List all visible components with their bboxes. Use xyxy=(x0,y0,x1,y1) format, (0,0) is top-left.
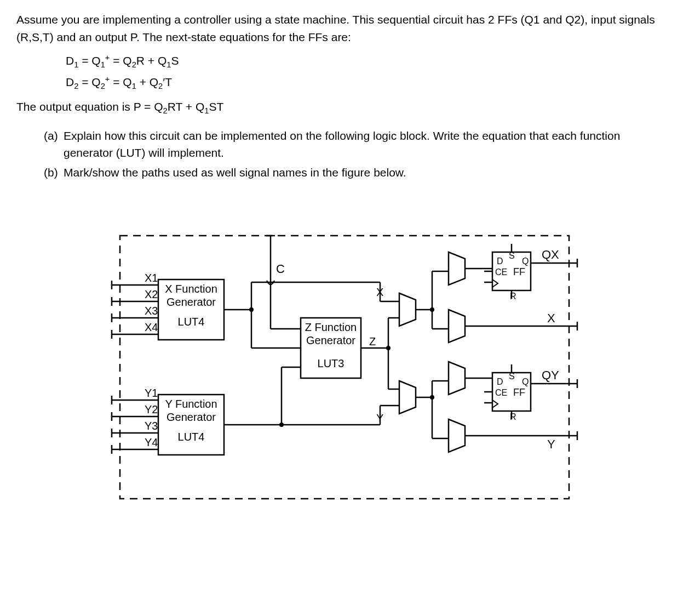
equation-d2: D2 = Q2+ = Q1 + Q2′T xyxy=(66,75,673,90)
c-label: C xyxy=(276,262,285,276)
equation-d1: D1 = Q1+ = Q2R + Q1S xyxy=(66,53,673,69)
output-eq: P = Q2RT + Q1ST xyxy=(134,100,224,113)
part-b-text: Mark/show the paths used as well signal … xyxy=(64,164,406,181)
x-out-label: X xyxy=(547,311,555,325)
svg-point-57 xyxy=(430,395,434,400)
svg-point-35 xyxy=(249,307,254,312)
svg-text:Q: Q xyxy=(522,377,529,386)
svg-text:FF: FF xyxy=(513,266,525,277)
svg-text:FF: FF xyxy=(513,387,525,398)
svg-text:Y1: Y1 xyxy=(145,387,158,399)
svg-text:D: D xyxy=(497,256,503,266)
z-lut-sub: Generator xyxy=(306,334,355,346)
svg-text:CE: CE xyxy=(495,388,507,397)
svg-point-52 xyxy=(430,307,434,312)
svg-text:S: S xyxy=(509,251,515,260)
svg-text:X3: X3 xyxy=(145,305,158,317)
y-out-label: Y xyxy=(547,437,555,451)
y-signal-label: Y xyxy=(376,412,383,424)
y-lut-sub: Generator xyxy=(166,411,216,423)
z-lut-name: LUT3 xyxy=(318,357,344,369)
question-parts: (a) Explain how this circuit can be impl… xyxy=(44,127,673,181)
circuit-diagram: X Function Generator LUT4 X1 X2 X3 X4 Y … xyxy=(16,230,673,504)
svg-text:X1: X1 xyxy=(145,272,158,284)
mux-icon xyxy=(399,293,416,326)
x-inputs: X1 X2 X3 X4 xyxy=(112,272,158,339)
qx-label: QX xyxy=(542,248,559,261)
y-lut-title: Y Function xyxy=(165,398,217,410)
mux-icon xyxy=(449,310,465,343)
x-lut-name: LUT4 xyxy=(178,316,205,328)
flipflop-top: D S Q CE FF R xyxy=(484,244,531,301)
svg-text:D: D xyxy=(497,377,503,386)
z-lut-title: Z Function xyxy=(305,321,357,333)
part-b-label: (b) xyxy=(44,164,64,181)
qy-label: QY xyxy=(542,368,559,382)
svg-text:R: R xyxy=(510,292,516,301)
output-eq-prefix: The output equation is xyxy=(16,100,134,113)
part-a-label: (a) xyxy=(44,127,64,162)
z-signal-label: Z xyxy=(369,335,376,347)
svg-text:X2: X2 xyxy=(145,288,158,300)
mux-icon xyxy=(399,381,416,414)
svg-text:S: S xyxy=(509,372,515,381)
svg-text:CE: CE xyxy=(495,267,507,277)
y-inputs: Y1 Y2 Y3 Y4 xyxy=(112,387,158,454)
svg-text:Y3: Y3 xyxy=(145,420,158,432)
svg-text:Q: Q xyxy=(522,256,529,266)
svg-point-42 xyxy=(279,423,284,427)
x-lut-sub: Generator xyxy=(166,296,216,308)
x-signal-label: X xyxy=(376,286,383,298)
output-equation-line: The output equation is P = Q2RT + Q1ST xyxy=(16,98,673,117)
svg-text:X4: X4 xyxy=(145,321,158,333)
equation-block: D1 = Q1+ = Q2R + Q1S D2 = Q2+ = Q1 + Q2′… xyxy=(66,53,673,90)
part-a-text: Explain how this circuit can be implemen… xyxy=(64,127,673,162)
svg-point-47 xyxy=(386,346,391,350)
part-b: (b) Mark/show the paths used as well sig… xyxy=(44,164,673,181)
svg-text:Y4: Y4 xyxy=(145,436,158,448)
flipflop-bottom: D S Q CE FF R xyxy=(484,364,531,421)
mux-icon xyxy=(449,362,465,395)
svg-text:R: R xyxy=(510,412,516,421)
mux-icon xyxy=(449,252,465,285)
y-lut-name: LUT4 xyxy=(178,431,205,443)
intro-paragraph: Assume you are implementing a controller… xyxy=(16,11,673,45)
mux-icon xyxy=(449,419,465,452)
x-lut-title: X Function xyxy=(165,283,217,295)
svg-text:Y2: Y2 xyxy=(145,403,158,415)
part-a: (a) Explain how this circuit can be impl… xyxy=(44,127,673,162)
